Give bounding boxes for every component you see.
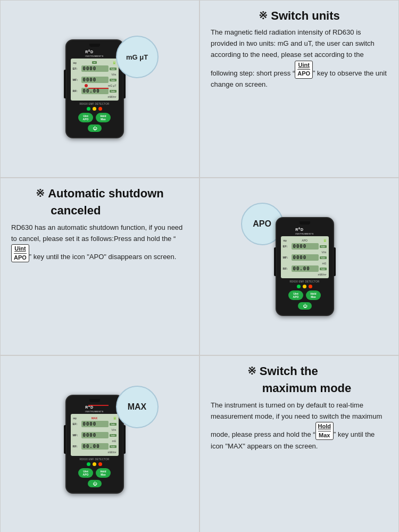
rf-value-2: 00.00: [292, 265, 319, 272]
rf-label-2: RF:: [283, 267, 292, 270]
model-label-2: RD630 EMF DETECTOR: [289, 280, 319, 283]
ef-badge-2: Safe: [320, 245, 326, 248]
screen-2: ⊕φ APO 🔋 EF: 0000 Safe V/m MF: 0000 Safe: [281, 236, 329, 278]
rf-value-3: 00.00: [81, 443, 109, 450]
ef-badge-3: Safe: [110, 423, 116, 426]
rf-badge-3: Safe: [110, 445, 116, 448]
callout-line-1: [88, 88, 109, 89]
power-btn-3[interactable]: ⏻: [88, 480, 102, 487]
auto-shutdown-title: ※ Automatic shutdown canceled: [36, 187, 164, 218]
rf-unit-2: mW/m²: [283, 273, 327, 276]
mf-row-2: MF: 0000 Safe: [283, 254, 327, 261]
auto-shutdown-body-p2: ” key until the icon "APO" disappears on…: [29, 253, 177, 261]
mf-label-3: MF:: [73, 434, 81, 437]
cell-switch-max-text: ※ Switch the maximum mode The instrument…: [200, 355, 399, 532]
ef-row-1: EF: 0000 Safe: [73, 65, 117, 72]
led-row-1: [87, 107, 102, 111]
kome-3: ※: [247, 364, 256, 378]
callout-max-text: MAX: [128, 402, 147, 412]
side-grip-left-3: [64, 425, 66, 454]
rf-unit-1: mW/m²: [73, 95, 117, 98]
key-top-2: Uint: [14, 245, 27, 253]
led-yellow-1: [93, 107, 96, 111]
btn1-line2-2: APO: [291, 295, 301, 298]
rf-badge-1: Safe: [110, 90, 116, 93]
btn-row-1: Uint APO Hold Max: [78, 113, 111, 122]
device-area-1: R&DINSTRUMENTS ⊕φ ▪▪▪ 🔋 EF: 0000 Safe V/…: [41, 9, 159, 169]
ef-row-3: EF: 0000 Safe: [73, 421, 117, 427]
switch-max-title-text2: maximum mode: [262, 381, 352, 395]
brand-2: R&DINSTRUMENTS: [295, 227, 313, 235]
side-grip-right-2: [334, 247, 336, 277]
led-red-1: [98, 107, 102, 111]
screen-icon-1: ⊕φ: [73, 61, 77, 64]
ef-unit-2: V/m: [283, 251, 327, 254]
hold-max-btn-2[interactable]: Hold Max: [306, 290, 321, 300]
mf-dot-1: [85, 84, 88, 87]
auto-shutdown-body-p1: RD630 has an automatic shutdown function…: [11, 223, 182, 243]
switch-max-title-row2: maximum mode: [247, 381, 352, 395]
switch-max-body: The instrument is turned on by default t…: [211, 400, 388, 452]
btn-row-2: Uint APO Hold Max: [288, 290, 321, 300]
top-notch-3: [89, 399, 100, 402]
led-row-3: [87, 462, 102, 466]
uint-apo-key-2: UintAPO: [11, 244, 29, 262]
uint-apo-btn-2[interactable]: Uint APO: [288, 290, 303, 300]
model-row-1: RD630 EMF DETECTOR: [79, 103, 109, 105]
led-yellow-2: [303, 285, 306, 288]
switch-max-title: ※ Switch the maximum mode: [247, 364, 352, 396]
mf-value-2: 0000: [292, 254, 319, 261]
uint-apo-btn-3[interactable]: Uint APO: [78, 468, 93, 478]
kome-2: ※: [36, 187, 45, 201]
callout-mg-ut-text: mG μT: [126, 53, 148, 61]
device-2: R&DINSTRUMENTS ⊕φ APO 🔋 EF: 0000 Safe V/…: [276, 217, 334, 316]
top-notch-1: [89, 44, 100, 47]
key-bottom-1: APO: [297, 70, 310, 78]
auto-shutdown-title-row1: ※ Automatic shutdown: [36, 187, 164, 201]
apo-label-2: APO: [302, 239, 307, 242]
ef-value-1: 0000: [81, 65, 109, 72]
hold-max-btn-3[interactable]: Hold Max: [96, 468, 111, 478]
led-green-2: [297, 285, 301, 288]
mf-value-3: 0000: [81, 432, 109, 438]
mf-badge-2: Safe: [320, 256, 326, 259]
btn-row-3: Uint APO Hold Max: [78, 468, 111, 478]
cell-switch-units-text: ※ Switch units The magnetic field radiat…: [200, 0, 399, 178]
led-yellow-3: [93, 462, 96, 466]
switch-units-title: ※ Switch units: [259, 9, 340, 23]
top-notch-2: [300, 221, 310, 225]
ef-row-2: EF: 0000 Safe: [283, 243, 327, 250]
led-red-3: [98, 462, 102, 466]
btn1-line2-3: APO: [81, 473, 90, 476]
callout-line-3: [88, 405, 109, 406]
callout-max: MAX: [116, 386, 159, 428]
hold-max-btn-1[interactable]: Hold Max: [96, 113, 111, 122]
callout-apo-text: APO: [253, 219, 271, 229]
screen-3: ⊕φ MAX 🔋 EF: 0000 Safe V/m MF: 0000 Safe: [71, 414, 119, 456]
brand-1: R&DINSTRUMENTS: [85, 49, 103, 57]
kome-1: ※: [259, 9, 268, 22]
side-grip-left-2: [274, 247, 276, 277]
battery-1: 🔋: [112, 61, 116, 64]
switch-max-title-row1: ※ Switch the: [247, 364, 318, 378]
device-area-2: APO R&DINSTRUMENTS ⊕φ APO 🔋: [241, 187, 358, 346]
key-top-1: Uint: [297, 61, 310, 70]
led-green-3: [87, 462, 90, 466]
ef-badge-1: Safe: [110, 68, 116, 70]
screen-icon-3: ⊕φ: [73, 417, 77, 420]
rf-label-3: RF:: [73, 445, 81, 448]
mf-row-1: MF: 0000 Safe: [73, 77, 117, 83]
key-bottom-2: APO: [14, 254, 27, 262]
power-btn-1[interactable]: ⏻: [88, 124, 102, 132]
screen-icon-2: ⊕φ: [283, 239, 287, 242]
mf-unit-row-1: mG μT: [73, 84, 117, 87]
model-row-3: RD630 EMF DETECTOR: [79, 458, 109, 461]
uint-apo-btn-1[interactable]: Uint APO: [78, 113, 93, 122]
mf-unit-2: mG: [283, 262, 327, 265]
mf-label-1: MF:: [73, 78, 81, 81]
switch-max-title-text1: Switch the: [260, 364, 318, 378]
model-row-2: RD630 EMF DETECTOR: [289, 280, 319, 283]
power-btn-2[interactable]: ⏻: [298, 302, 312, 310]
auto-shutdown-body: RD630 has an automatic shutdown function…: [11, 222, 188, 263]
key-bottom-3: Max: [318, 431, 331, 439]
